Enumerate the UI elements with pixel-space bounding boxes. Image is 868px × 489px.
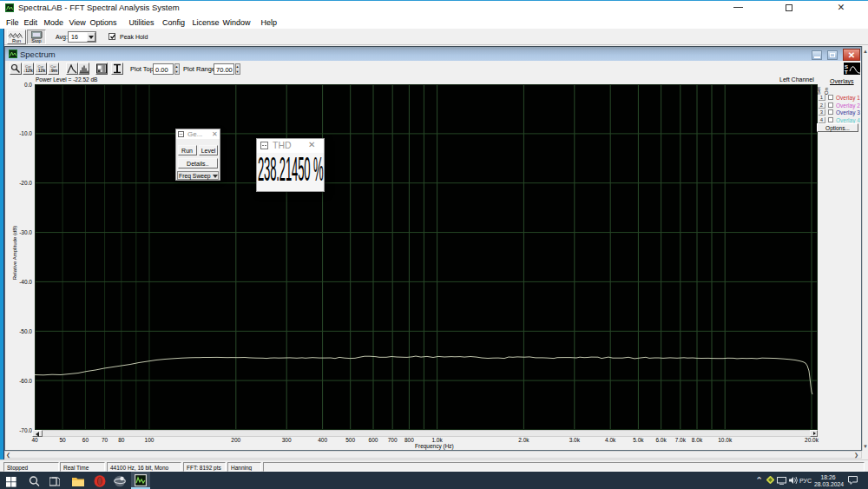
svg-text:T: T	[845, 69, 848, 75]
svg-text:S: S	[845, 64, 848, 69]
